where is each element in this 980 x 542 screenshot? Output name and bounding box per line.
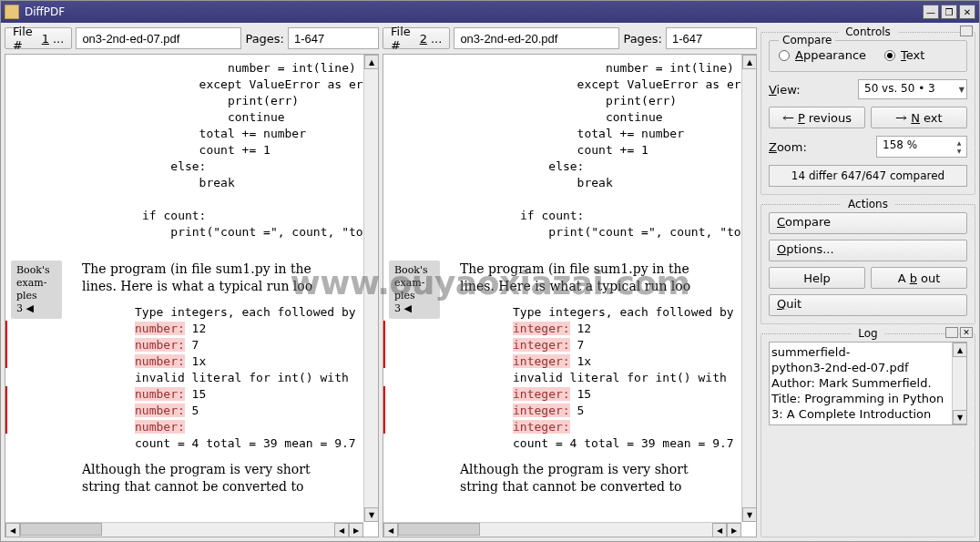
text-radio[interactable]: Text: [884, 48, 924, 62]
diff-marker: [383, 321, 385, 368]
paragraph-2: Although the program is very short strin…: [82, 461, 311, 496]
options-button[interactable]: Options...: [769, 240, 967, 261]
diff-line-6: number:: [135, 419, 185, 435]
diff-line-2: integer: 7: [513, 337, 584, 353]
actions-legend: Actions: [841, 198, 895, 210]
help-button[interactable]: Help: [769, 267, 865, 289]
diff-marker: [5, 386, 7, 434]
app-window: DiffPDF — ❐ ✕ File #1... Pages: number =…: [0, 0, 980, 542]
quit-button[interactable]: Quit: [769, 294, 967, 316]
left-doc-panel: File #1... Pages: number = int(line) exc…: [5, 26, 379, 537]
log-scrollbar[interactable]: ▲▼: [952, 343, 966, 424]
horizontal-scrollbar[interactable]: ◀◀▶: [5, 522, 363, 537]
list-head: Type integers, each followed by: [513, 304, 734, 321]
control-panel: Controls Compare Appearance Text View: 5…: [761, 26, 975, 537]
vertical-scrollbar[interactable]: ▲▼: [363, 55, 378, 522]
pages1-input[interactable]: [288, 27, 379, 49]
invalid-line: invalid literal for int() with: [135, 370, 349, 386]
log-group: Log ✕ summerfield- python3-2nd-ed-07.pdf…: [761, 333, 975, 537]
close-button[interactable]: ✕: [959, 5, 975, 19]
pages2-label: Pages:: [623, 32, 662, 46]
diff-line-3: number: 1x: [135, 353, 206, 370]
compare-button[interactable]: Compare: [769, 212, 967, 234]
controls-legend: Controls: [838, 26, 898, 38]
zoom-label: Zoom:: [769, 140, 807, 154]
margin-note: Book'sexam-ples3 ◀: [11, 261, 62, 319]
compare-subgroup: Compare Appearance Text: [769, 40, 967, 72]
file1-path-input[interactable]: [76, 27, 241, 49]
paragraph-1: The program (in file sum1.py in the line…: [82, 261, 312, 295]
maximize-button[interactable]: ❐: [941, 5, 957, 19]
diff-line-1: number: 12: [135, 321, 206, 337]
log-dock-icon[interactable]: [945, 327, 958, 338]
actions-group: Actions Compare Options... Help About Qu…: [761, 204, 975, 324]
vertical-scrollbar[interactable]: ▲▼: [741, 55, 756, 522]
about-button[interactable]: About: [871, 267, 967, 289]
file1-button[interactable]: File #1...: [5, 27, 72, 49]
count-line: count = 4 total = 39 mean = 9.7: [513, 435, 734, 452]
dock-icon[interactable]: [960, 26, 973, 36]
diff-line-4: number: 15: [135, 386, 206, 403]
diff-line-2: number: 7: [135, 337, 199, 353]
diff-line-1: integer: 12: [513, 321, 591, 337]
right-doc-panel: File #2... Pages: number = int(line) exc…: [383, 26, 757, 537]
diff-line-6: integer:: [513, 419, 570, 435]
zoom-spinbox[interactable]: 158 %▲▼: [876, 136, 967, 158]
log-textarea[interactable]: summerfield- python3-2nd-ed-07.pdf Autho…: [769, 342, 967, 425]
app-icon: [5, 5, 19, 19]
left-document-viewer[interactable]: number = int(line) except ValueError as …: [5, 54, 379, 537]
list-head: Type integers, each followed by: [135, 304, 356, 321]
log-legend: Log: [851, 327, 884, 340]
app-title: DiffPDF: [25, 5, 65, 18]
minimize-button[interactable]: —: [923, 5, 939, 19]
view-select[interactable]: 50 vs. 50 • 3▼: [858, 79, 967, 99]
paragraph-2: Although the program is very short strin…: [460, 461, 689, 496]
previous-button[interactable]: 🡐 Previous: [769, 107, 865, 128]
log-content: summerfield- python3-2nd-ed-07.pdf Autho…: [771, 344, 965, 422]
log-close-icon[interactable]: ✕: [960, 327, 973, 338]
file2-button[interactable]: File #2...: [383, 27, 450, 49]
count-line: count = 4 total = 39 mean = 9.7: [135, 435, 356, 452]
diff-marker: [383, 386, 385, 434]
diff-line-5: number: 5: [135, 403, 199, 419]
view-label: View:: [769, 83, 801, 97]
diff-line-5: integer: 5: [513, 403, 584, 419]
code-block: number = int(line) except ValueError as …: [142, 60, 363, 240]
compare-legend: Compare: [779, 34, 835, 46]
invalid-line: invalid literal for int() with: [513, 370, 727, 386]
horizontal-scrollbar[interactable]: ◀◀▶: [383, 522, 741, 537]
diff-line-4: integer: 15: [513, 386, 591, 403]
diff-marker: [5, 321, 7, 368]
pages2-input[interactable]: [666, 27, 757, 49]
right-document-viewer[interactable]: number = int(line) except ValueError as …: [383, 54, 757, 537]
next-button[interactable]: 🡒 Next: [871, 107, 967, 128]
controls-group: Controls Compare Appearance Text View: 5…: [761, 32, 975, 195]
appearance-radio[interactable]: Appearance: [779, 48, 866, 62]
pages1-label: Pages:: [245, 32, 284, 46]
compare-status: 14 differ 647/647 compared: [769, 165, 967, 187]
code-block: number = int(line) except ValueError as …: [520, 60, 741, 240]
diff-line-3: integer: 1x: [513, 353, 591, 370]
paragraph-1: The program (in file sum1.py in the line…: [460, 261, 690, 295]
titlebar: DiffPDF — ❐ ✕: [1, 1, 979, 23]
margin-note: Book'sexam-ples3 ◀: [389, 261, 440, 319]
file2-path-input[interactable]: [454, 27, 619, 49]
